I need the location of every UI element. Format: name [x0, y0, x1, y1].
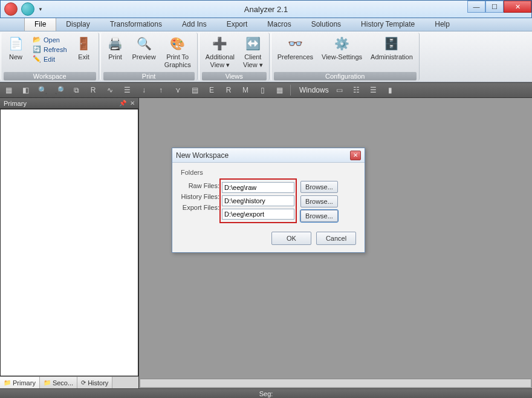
qat-dropdown-icon[interactable]: ▼	[38, 7, 43, 12]
refresh-globe-icon[interactable]	[21, 2, 34, 16]
browse-history-button[interactable]: Browse...	[300, 195, 338, 207]
ribbon-group-label-print: Print	[103, 72, 195, 80]
panel-close-icon[interactable]: ✕	[130, 100, 135, 106]
tool-zoom-out[interactable]: 🔎	[53, 84, 65, 96]
tool-up-icon[interactable]: ↑	[155, 84, 167, 96]
tool-2[interactable]: ◧	[19, 84, 31, 96]
gear-icon: ⚙️	[334, 35, 351, 52]
titlebar: ▼ Analyzer 2.1 — ☐ ✕	[0, 0, 532, 18]
print-to-graphics-label: Print To Graphics	[164, 53, 191, 69]
window-close-button[interactable]: ✕	[504, 1, 531, 13]
magnifier-icon: 🔍	[135, 35, 152, 52]
edit-button[interactable]: ✏️Edit	[30, 54, 70, 64]
history-icon: ⟳	[81, 379, 86, 386]
ribbon-group-label-configuration: Configuration	[274, 72, 417, 80]
menu-addins[interactable]: Add Ins	[172, 18, 217, 31]
browse-export-button[interactable]: Browse...	[300, 210, 338, 222]
ribbon-group-label-workspace: Workspace	[4, 72, 96, 80]
window-minimize-button[interactable]: —	[467, 1, 485, 13]
win-tile-v-icon[interactable]: ☰	[368, 84, 380, 96]
history-files-label: History Files:	[181, 193, 219, 200]
tool-arrange[interactable]: ⧉	[70, 84, 82, 96]
new-button[interactable]: 📄 New	[4, 34, 28, 62]
refresh-label: Refresh	[44, 46, 67, 53]
print-button[interactable]: 🖨️Print	[103, 34, 128, 62]
ribbon-group-views: ➕Additional View ▾ ↔️Client View ▾ Views	[199, 33, 270, 80]
menu-solutions[interactable]: Solutions	[302, 18, 351, 31]
raw-files-input[interactable]	[222, 182, 294, 193]
export-files-input[interactable]	[222, 209, 294, 220]
view-settings-button[interactable]: ⚙️View-Settings	[318, 34, 366, 62]
ok-button[interactable]: OK	[271, 232, 311, 245]
app-title: Analyzer 2.1	[244, 5, 288, 14]
side-tree[interactable]	[0, 109, 138, 376]
print-label: Print	[108, 53, 122, 61]
menu-display[interactable]: Display	[56, 18, 100, 31]
browse-raw-button[interactable]: Browse...	[300, 181, 338, 193]
ribbon-group-configuration: 👓Preferences ⚙️View-Settings 🗄️Administr…	[271, 33, 420, 80]
open-label: Open	[44, 36, 60, 44]
menu-help[interactable]: Help	[425, 18, 460, 31]
view-settings-label: View-Settings	[322, 53, 362, 61]
ribbon-group-workspace: 📄 New 📂Open 🔄Refresh ✏️Edit 🚪 Exit Works…	[1, 33, 99, 80]
folder-open-icon: 📂	[33, 36, 41, 44]
cancel-button[interactable]: Cancel	[316, 232, 356, 245]
app-logo-icon[interactable]	[4, 2, 18, 16]
client-view-label: Client View ▾	[243, 53, 263, 69]
status-seg: Seg:	[259, 390, 273, 397]
export-files-label: Export Files:	[181, 204, 219, 211]
tool-1[interactable]: ▦	[2, 84, 15, 96]
side-tab-secondary[interactable]: 📁Seco...	[40, 377, 77, 388]
print-to-graphics-button[interactable]: 🎨Print To Graphics	[161, 34, 195, 70]
edit-label: Edit	[44, 56, 55, 63]
window-maximize-button[interactable]: ☐	[485, 1, 504, 13]
tool-wave-icon[interactable]: ∿	[104, 84, 116, 96]
app-menu-button[interactable]	[0, 18, 24, 31]
preview-button[interactable]: 🔍Preview	[129, 34, 160, 62]
ribbon-group-label-views: Views	[202, 72, 267, 80]
client-view-button[interactable]: ↔️Client View ▾	[239, 34, 267, 70]
menu-transformations[interactable]: Transformations	[100, 18, 172, 31]
win-tile-h-icon[interactable]: ☷	[351, 84, 363, 96]
side-tab-history[interactable]: ⟳History	[77, 377, 112, 388]
menu-macros[interactable]: Macros	[258, 18, 301, 31]
pin-icon[interactable]: 📌	[119, 100, 126, 106]
side-panel: Primary 📌 ✕ 📁Primary 📁Seco... ⟳History	[0, 98, 139, 388]
tool-down-icon[interactable]: ↓	[138, 84, 150, 96]
folder-inputs-highlight-box	[219, 178, 297, 223]
tool-layout-icon[interactable]: ▯	[256, 84, 268, 96]
win-close-all-icon[interactable]: ▮	[384, 84, 397, 96]
menu-history-template[interactable]: History Template	[351, 18, 425, 31]
preferences-button[interactable]: 👓Preferences	[274, 34, 317, 62]
additional-view-button[interactable]: ➕Additional View ▾	[202, 34, 238, 70]
tool-m-icon[interactable]: M	[239, 84, 251, 96]
side-tab-history-label: History	[88, 379, 108, 387]
tool-r2-icon[interactable]: R	[222, 84, 235, 96]
tool-grid2-icon[interactable]: ▦	[273, 84, 285, 96]
side-tab-primary[interactable]: 📁Primary	[0, 377, 40, 388]
folders-label: Folders	[181, 169, 356, 176]
exit-label: Exit	[78, 53, 89, 61]
refresh-button[interactable]: 🔄Refresh	[30, 45, 70, 54]
side-tab-secondary-label: Seco...	[53, 379, 73, 387]
exit-button[interactable]: 🚪 Exit	[72, 34, 96, 62]
menu-file[interactable]: File	[24, 18, 56, 31]
pencil-icon: ✏️	[33, 55, 41, 63]
open-button[interactable]: 📂Open	[30, 35, 70, 44]
history-files-input[interactable]	[222, 195, 294, 206]
administration-button[interactable]: 🗄️Administration	[367, 34, 417, 62]
dialog-close-button[interactable]: ✕	[350, 151, 361, 160]
tool-r-icon[interactable]: R	[87, 84, 99, 96]
content-area: New Workspace ✕ Folders Raw Files: Histo…	[139, 98, 532, 388]
workspace-small-buttons: 📂Open 🔄Refresh ✏️Edit	[29, 34, 71, 65]
menu-export[interactable]: Export	[217, 18, 258, 31]
drawer-icon: 🗄️	[383, 35, 400, 52]
win-cascade-icon[interactable]: ▭	[334, 84, 346, 96]
tool-e-icon[interactable]: E	[206, 84, 218, 96]
tool-stack-icon[interactable]: ☰	[121, 84, 133, 96]
new-workspace-dialog: New Workspace ✕ Folders Raw Files: Histo…	[172, 148, 365, 253]
tool-grid-icon[interactable]: ▤	[189, 84, 201, 96]
dialog-titlebar[interactable]: New Workspace ✕	[172, 148, 365, 163]
tool-filter-icon[interactable]: ⋎	[172, 84, 184, 96]
tool-zoom-in[interactable]: 🔍	[36, 84, 48, 96]
